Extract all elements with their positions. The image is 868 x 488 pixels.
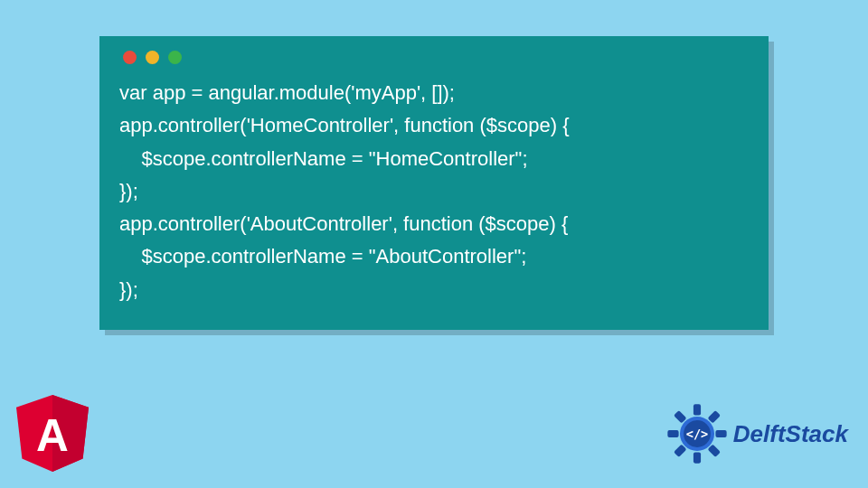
- svg-rect-2: [693, 404, 701, 415]
- window-controls: [119, 51, 749, 64]
- svg-text:</>: </>: [686, 427, 709, 441]
- svg-rect-8: [667, 430, 678, 437]
- svg-rect-7: [674, 445, 686, 457]
- delftstack-badge-icon: </>: [666, 403, 728, 465]
- svg-rect-3: [707, 410, 720, 423]
- svg-rect-4: [715, 430, 726, 437]
- code-window: var app = angular.module('myApp', []); a…: [99, 36, 769, 330]
- delftstack-label: DelftStack: [733, 420, 848, 448]
- svg-rect-5: [707, 445, 720, 457]
- svg-rect-6: [693, 452, 701, 463]
- minimize-icon: [146, 51, 159, 64]
- svg-rect-9: [674, 410, 686, 423]
- maximize-icon: [168, 51, 182, 64]
- delftstack-logo: </> DelftStack: [666, 403, 848, 465]
- angular-letter: A: [36, 411, 69, 462]
- code-block: var app = angular.module('myApp', []); a…: [119, 77, 749, 306]
- angular-logo-icon: A: [16, 395, 89, 472]
- close-icon: [123, 51, 137, 64]
